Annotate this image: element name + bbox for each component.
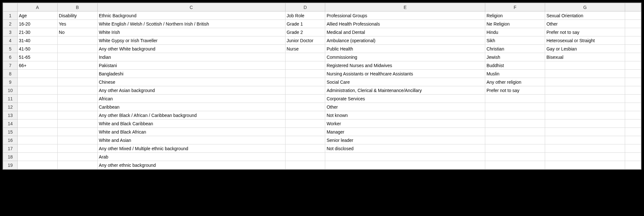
cell-G6[interactable]: Bisexual (545, 53, 625, 61)
row-header-6[interactable]: 6 (3, 53, 18, 61)
cell-C9[interactable]: Chinese (97, 78, 285, 86)
cell-C1[interactable]: Ethnic Background (97, 12, 285, 20)
cell-A19[interactable] (17, 161, 57, 169)
cell-C11[interactable]: African (97, 95, 285, 103)
cell-E5[interactable]: Public Health (325, 45, 485, 53)
cell-G14[interactable] (545, 120, 625, 128)
cell-A12[interactable] (17, 103, 57, 111)
cell-blank-5[interactable] (625, 45, 641, 53)
cell-E7[interactable]: Registered Nurses and Midwives (325, 61, 485, 70)
cell-G5[interactable]: Gay or Lesbian (545, 45, 625, 53)
cell-D14[interactable] (285, 120, 325, 128)
cell-blank-14[interactable] (625, 120, 641, 128)
row-header-1[interactable]: 1 (3, 12, 18, 20)
cell-C8[interactable]: Bangladeshi (97, 70, 285, 78)
cell-F4[interactable]: Sikh (485, 36, 545, 45)
cell-G4[interactable]: Heterosexual or Straight (545, 36, 625, 45)
cell-blank-10[interactable] (625, 86, 641, 95)
cell-B4[interactable] (57, 36, 97, 45)
cell-A3[interactable]: 21-30 (17, 28, 57, 36)
cell-blank-8[interactable] (625, 70, 641, 78)
cell-E4[interactable]: Ambulance (operational) (325, 36, 485, 45)
cell-B11[interactable] (57, 95, 97, 103)
cell-G2[interactable]: Other (545, 20, 625, 28)
cell-B15[interactable] (57, 128, 97, 136)
cell-B14[interactable] (57, 120, 97, 128)
cell-blank-2[interactable] (625, 20, 641, 28)
cell-A14[interactable] (17, 120, 57, 128)
cell-C2[interactable]: White English / Welsh / Scottish / North… (97, 20, 285, 28)
cell-E8[interactable]: Nursing Assistants or Healthcare Assista… (325, 70, 485, 78)
cell-E17[interactable]: Not disclosed (325, 144, 485, 153)
cell-C6[interactable]: Indian (97, 53, 285, 61)
cell-C4[interactable]: White Gypsy or Irish Traveller (97, 36, 285, 45)
row-header-17[interactable]: 17 (3, 144, 18, 153)
cell-A15[interactable] (17, 128, 57, 136)
cell-blank-19[interactable] (625, 161, 641, 169)
cell-G9[interactable] (545, 78, 625, 86)
cell-blank-18[interactable] (625, 153, 641, 161)
cell-D4[interactable]: Junior Doctor (285, 36, 325, 45)
cell-E10[interactable]: Administration, Clerical & Maintenance/A… (325, 86, 485, 95)
cell-C10[interactable]: Any other Asian background (97, 86, 285, 95)
cell-F15[interactable] (485, 128, 545, 136)
cell-D17[interactable] (285, 144, 325, 153)
cell-B12[interactable] (57, 103, 97, 111)
row-header-15[interactable]: 15 (3, 128, 18, 136)
cell-E19[interactable] (325, 161, 485, 169)
row-header-16[interactable]: 16 (3, 136, 18, 144)
cell-E3[interactable]: Medical and Dental (325, 28, 485, 36)
cell-E1[interactable]: Professional Groups (325, 12, 485, 20)
cell-blank-12[interactable] (625, 103, 641, 111)
cell-B8[interactable] (57, 70, 97, 78)
cell-blank-11[interactable] (625, 95, 641, 103)
col-header-E[interactable]: E (325, 3, 485, 12)
row-header-3[interactable]: 3 (3, 28, 18, 36)
cell-B7[interactable] (57, 61, 97, 70)
cell-D10[interactable] (285, 86, 325, 95)
cell-A13[interactable] (17, 111, 57, 120)
row-header-8[interactable]: 8 (3, 70, 18, 78)
cell-blank-6[interactable] (625, 53, 641, 61)
cell-F13[interactable] (485, 111, 545, 120)
cell-D2[interactable]: Grade 1 (285, 20, 325, 28)
cell-G13[interactable] (545, 111, 625, 120)
cell-C15[interactable]: White and Black African (97, 128, 285, 136)
cell-blank-1[interactable] (625, 12, 641, 20)
row-header-11[interactable]: 11 (3, 95, 18, 103)
cell-D6[interactable] (285, 53, 325, 61)
cell-G15[interactable] (545, 128, 625, 136)
cell-F5[interactable]: Christian (485, 45, 545, 53)
cell-A16[interactable] (17, 136, 57, 144)
cell-C13[interactable]: Any other Black / African / Caribbean ba… (97, 111, 285, 120)
cell-blank-15[interactable] (625, 128, 641, 136)
cell-blank-9[interactable] (625, 78, 641, 86)
cell-B19[interactable] (57, 161, 97, 169)
cell-A5[interactable]: 41-50 (17, 45, 57, 53)
cell-F7[interactable]: Buddhist (485, 61, 545, 70)
cell-D19[interactable] (285, 161, 325, 169)
cell-C3[interactable]: White Irish (97, 28, 285, 36)
cell-B5[interactable] (57, 45, 97, 53)
cell-A1[interactable]: Age (17, 12, 57, 20)
row-header-9[interactable]: 9 (3, 78, 18, 86)
cell-D8[interactable] (285, 70, 325, 78)
row-header-13[interactable]: 13 (3, 111, 18, 120)
row-header-7[interactable]: 7 (3, 61, 18, 70)
cell-D3[interactable]: Grade 2 (285, 28, 325, 36)
cell-F16[interactable] (485, 136, 545, 144)
cell-F1[interactable]: Religion (485, 12, 545, 20)
spreadsheet-grid[interactable]: A B C D E F G 1AgeDisabilityEthnic Backg… (3, 3, 641, 169)
cell-E12[interactable]: Other (325, 103, 485, 111)
cell-F11[interactable] (485, 95, 545, 103)
cell-D15[interactable] (285, 128, 325, 136)
cell-G8[interactable] (545, 70, 625, 78)
cell-F12[interactable] (485, 103, 545, 111)
col-header-D[interactable]: D (285, 3, 325, 12)
cell-G7[interactable] (545, 61, 625, 70)
cell-E11[interactable]: Corporate Services (325, 95, 485, 103)
row-header-4[interactable]: 4 (3, 36, 18, 45)
cell-F9[interactable]: Any other religion (485, 78, 545, 86)
cell-C19[interactable]: Any other ethnic background (97, 161, 285, 169)
cell-E2[interactable]: Allied Health Professionals (325, 20, 485, 28)
